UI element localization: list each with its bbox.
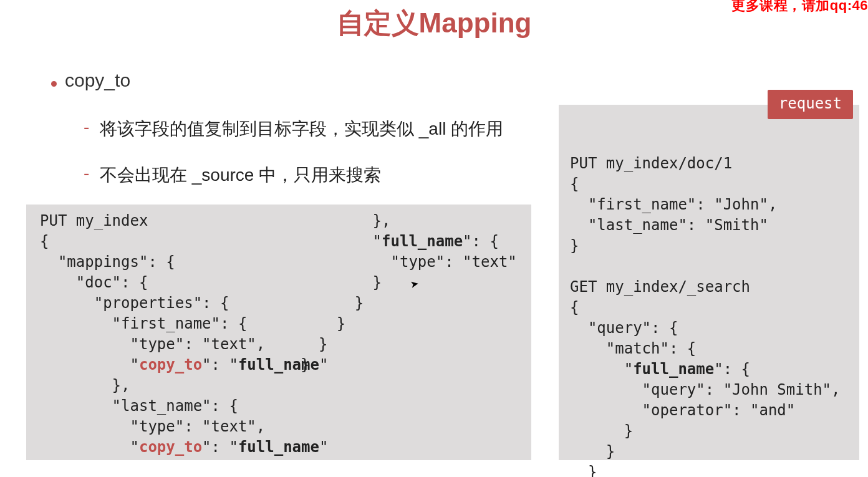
code-text: ": { xyxy=(714,360,750,378)
code-line: "properties": { xyxy=(40,294,229,312)
code-text: " xyxy=(570,360,633,378)
sub-bullet-dash-icon: - xyxy=(84,117,89,137)
code-block-mapping: PUT my_index { "mappings": { "doc": { "p… xyxy=(26,205,531,460)
code-keyword-copy-to: copy_to xyxy=(139,356,202,373)
code-line: } xyxy=(301,315,345,332)
code-text: " xyxy=(301,233,382,250)
code-line: }, xyxy=(40,377,130,394)
code-line: "doc": { xyxy=(40,274,148,291)
code-line: } xyxy=(570,422,633,440)
code-line: "type": "text", xyxy=(40,335,265,353)
code-text: " xyxy=(40,438,139,456)
code-line: } xyxy=(570,443,615,460)
code-text: " xyxy=(319,438,328,456)
code-line: "type": "text" xyxy=(301,253,517,271)
code-keyword-full-name: full_name xyxy=(633,360,714,378)
code-line: { xyxy=(40,233,49,250)
code-line: "query": { xyxy=(570,319,678,337)
code-line: "query": "John Smith", xyxy=(570,381,840,398)
code-line: } xyxy=(301,274,382,291)
code-line: PUT my_index xyxy=(40,212,148,229)
code-line: { xyxy=(570,175,579,193)
code-text: ": " xyxy=(202,356,238,373)
code-line: "last_name": { xyxy=(40,397,238,415)
code-text: " xyxy=(40,356,139,373)
code-line: } xyxy=(301,356,309,373)
code-line: }, xyxy=(301,212,391,229)
code-line: } xyxy=(301,335,327,353)
code-line: "operator": "and" xyxy=(570,402,795,419)
code-column-2: }, "full_name": { "type": "text" } } } }… xyxy=(301,211,517,375)
code-line: } xyxy=(301,294,364,312)
code-block-request: request PUT my_index/doc/1 { "first_name… xyxy=(559,105,859,460)
code-line: "last_name": "Smith" xyxy=(570,216,768,234)
code-keyword-full-name: full_name xyxy=(238,438,319,456)
code-keyword-full-name: full_name xyxy=(382,233,463,250)
code-line: GET my_index/_search xyxy=(570,278,750,296)
code-column-1: PUT my_index { "mappings": { "doc": { "p… xyxy=(40,211,328,458)
watermark-text: 更多课程，请加qq:46 xyxy=(731,0,868,15)
sub-bullet2-text: 不会出现在 _source 中，只用来搜索 xyxy=(100,163,381,187)
request-badge: request xyxy=(768,90,853,119)
code-text: ": " xyxy=(202,438,238,456)
code-line: "mappings": { xyxy=(40,253,175,271)
code-text: ": { xyxy=(463,233,499,250)
code-line: PUT my_index/doc/1 xyxy=(570,155,732,172)
sub-bullet-dash-icon: - xyxy=(84,163,89,183)
code-line: "type": "text", xyxy=(40,418,265,435)
bullet-dot-icon xyxy=(51,81,57,87)
code-line: } xyxy=(570,237,579,254)
code-line: { xyxy=(570,299,579,316)
bullet1-text: copy_to xyxy=(65,70,130,91)
sub-bullet1-text: 将该字段的值复制到目标字段，实现类似 _all 的作用 xyxy=(100,117,503,141)
code-line: "match": { xyxy=(570,340,696,357)
code-line: "first_name": { xyxy=(40,315,247,332)
code-keyword-copy-to: copy_to xyxy=(139,438,202,456)
code-line: "first_name": "John", xyxy=(570,196,777,213)
code-line: } xyxy=(570,463,597,477)
